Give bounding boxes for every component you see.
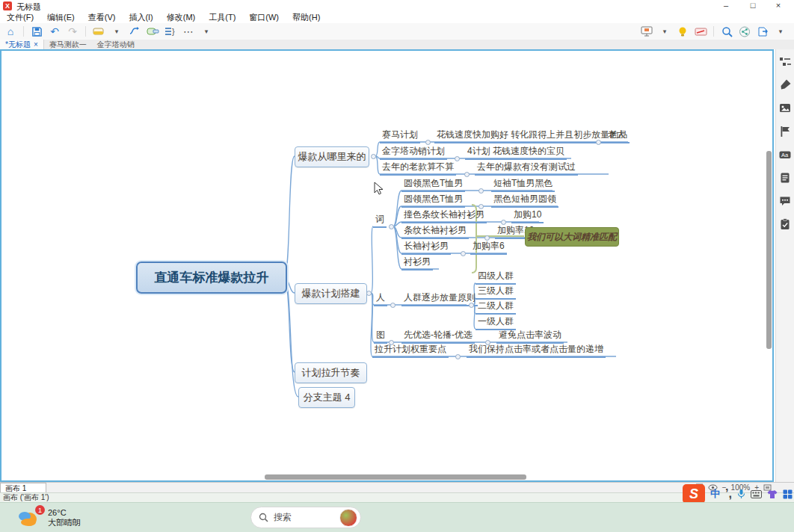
collapse-handle[interactable] [484, 235, 490, 241]
topic-word-r5a[interactable]: 长袖衬衫男 [401, 241, 451, 255]
doc-tab-saima[interactable]: 赛马测款一 [44, 40, 92, 49]
collapse-handle[interactable] [501, 220, 506, 225]
branch-topic-plan-build[interactable]: 爆款计划搭建 [295, 283, 367, 304]
topic-group-4[interactable]: 四级人群 [476, 270, 516, 285]
maximize-button[interactable]: □ [742, 1, 764, 10]
format-brush-icon[interactable] [778, 78, 792, 92]
redo-button[interactable]: ↷ [65, 24, 80, 39]
branch-topic-where-from[interactable]: 爆款从哪里来的 [295, 146, 369, 167]
central-topic[interactable]: 直通车标准爆款拉升 [136, 262, 287, 294]
topic-word-r1b[interactable]: 短袖T恤男黑色 [491, 178, 555, 192]
collapse-handle[interactable] [371, 154, 376, 159]
ime-punctuation-icon[interactable]: ’, [725, 487, 732, 501]
export-button[interactable] [755, 24, 770, 39]
idea-button[interactable] [675, 24, 690, 39]
topic-image[interactable]: 图 [374, 330, 387, 344]
sogou-logo-icon[interactable]: S [683, 484, 705, 504]
menu-insert[interactable]: 插入(I) [122, 12, 159, 23]
branch-topic-4[interactable]: 分支主题 4 [298, 387, 355, 408]
collapse-handle[interactable] [389, 340, 394, 345]
topic-word-r6a[interactable]: 衬衫男 [401, 256, 433, 270]
summary-button[interactable]: } [163, 24, 178, 39]
home-button[interactable]: ⌂ [3, 24, 18, 39]
theme-dropdown[interactable]: ▾ [109, 24, 124, 39]
search-button[interactable] [719, 24, 734, 39]
share-button[interactable] [737, 24, 752, 39]
topic-weight[interactable]: 拉升计划权重要点 [372, 344, 449, 358]
collapse-handle[interactable] [461, 251, 466, 256]
pitch-button[interactable] [693, 24, 708, 39]
topic-word-r3b[interactable]: 加购10 [511, 209, 544, 223]
outline-structure-icon[interactable] [778, 55, 792, 69]
topic-people[interactable]: 人 [374, 292, 387, 306]
collapse-handle[interactable] [469, 303, 474, 308]
menu-edit[interactable]: 编辑(E) [40, 12, 81, 23]
menu-help[interactable]: 帮助(H) [286, 12, 327, 23]
topic-lastyear[interactable]: 去年的老款算不算 [380, 161, 456, 176]
task-icon[interactable] [778, 217, 792, 231]
summary-callout[interactable]: 我们可以大词精准匹配 [525, 227, 619, 247]
ime-chinese-mode-icon[interactable]: 中 [710, 487, 720, 501]
menu-file[interactable]: 文件(F) [0, 12, 40, 23]
branch-topic-rhythm[interactable]: 计划拉升节奏 [295, 362, 367, 383]
collapse-handle[interactable] [425, 140, 431, 145]
topic-image-method[interactable]: 先优选-轮播-优选 [401, 330, 475, 344]
save-button[interactable] [29, 24, 44, 39]
menu-view[interactable]: 查看(V) [81, 12, 123, 23]
collapse-handle[interactable] [390, 303, 396, 308]
topic-word-r4a[interactable]: 条纹长袖衬衫男 [401, 225, 469, 239]
notes-icon[interactable] [778, 171, 792, 185]
topic-word[interactable]: 词 [373, 214, 387, 228]
collapse-handle[interactable] [389, 224, 394, 229]
close-button[interactable]: × [767, 1, 790, 10]
doc-tab-untitled[interactable]: *无标题 × [0, 40, 44, 49]
collapse-handle[interactable] [455, 354, 461, 359]
collapse-handle[interactable] [478, 204, 484, 209]
topic-word-r3a[interactable]: 撞色条纹长袖衬衫男 [401, 209, 487, 223]
topic-group-1[interactable]: 一级人群 [476, 316, 516, 330]
more-tools-dropdown[interactable]: ▾ [199, 24, 214, 39]
doc-tab-jinzita[interactable]: 金字塔动销 [92, 40, 140, 49]
collapse-handle[interactable] [596, 140, 601, 145]
ime-mic-icon[interactable] [737, 489, 745, 499]
ime-skin-icon[interactable] [767, 489, 778, 499]
export-dropdown[interactable]: ▾ [773, 24, 788, 39]
topic-group-2[interactable]: 二级人群 [476, 300, 516, 315]
topic-word-r2a[interactable]: 圆领黑色T恤男 [401, 194, 465, 208]
tab-close-icon[interactable]: × [34, 40, 38, 49]
presentation-dropdown[interactable]: ▾ [657, 24, 672, 39]
theme-button[interactable] [91, 24, 106, 39]
topic-laoda[interactable]: 老大 [606, 129, 628, 143]
sheet-tab-canvas1[interactable]: 画布 1 [0, 483, 46, 493]
relationship-button[interactable] [127, 24, 142, 39]
topic-group-3[interactable]: 三级人群 [476, 285, 516, 300]
topic-weight-note[interactable]: 我们保持点击率或者点击量的递增 [467, 344, 606, 358]
collapse-handle[interactable] [464, 172, 470, 177]
taskbar-search[interactable]: 搜索 [250, 507, 361, 528]
topic-pyramid-plan[interactable]: 金字塔动销计划 [380, 146, 447, 160]
presentation-button[interactable] [639, 24, 654, 39]
menu-tools[interactable]: 工具(T) [202, 12, 242, 23]
topic-lastyear-detail[interactable]: 去年的爆款有没有测试过 [475, 161, 578, 176]
topic-word-r2b[interactable]: 黑色短袖男圆领 [491, 194, 558, 208]
collapse-handle[interactable] [478, 188, 484, 194]
collapse-handle[interactable] [485, 340, 490, 345]
topic-word-r1a[interactable]: 圆领黑色T恤男 [401, 178, 465, 192]
marker-flag-icon[interactable] [778, 125, 792, 138]
minimize-button[interactable]: – [715, 1, 737, 10]
vertical-scrollbar[interactable] [766, 151, 772, 349]
topic-pyramid-detail[interactable]: 4计划 花钱速度快的宝贝 [465, 146, 567, 160]
topic-people-principle[interactable]: 人群逐步放量原则 [401, 292, 478, 306]
weather-widget[interactable]: 1 26°C 大部晴朗 [16, 507, 81, 528]
topic-image-note[interactable]: 避免点击率波动 [496, 330, 564, 344]
undo-button[interactable]: ↶ [47, 24, 62, 39]
topic-word-r5b[interactable]: 加购率6 [470, 241, 507, 255]
horizontal-scrollbar[interactable] [265, 474, 526, 480]
boundary-button[interactable] [145, 24, 160, 39]
ime-toolbox-icon[interactable] [783, 489, 793, 499]
menu-modify[interactable]: 修改(M) [160, 12, 203, 23]
menu-window[interactable]: 窗口(W) [242, 12, 286, 23]
ime-keyboard-icon[interactable] [751, 490, 762, 498]
comment-icon[interactable] [778, 194, 792, 208]
mindmap-canvas[interactable]: 直通车标准爆款拉升 爆款从哪里来的 爆款计划搭建 计划拉升节奏 分支主题 4 赛… [0, 49, 774, 482]
